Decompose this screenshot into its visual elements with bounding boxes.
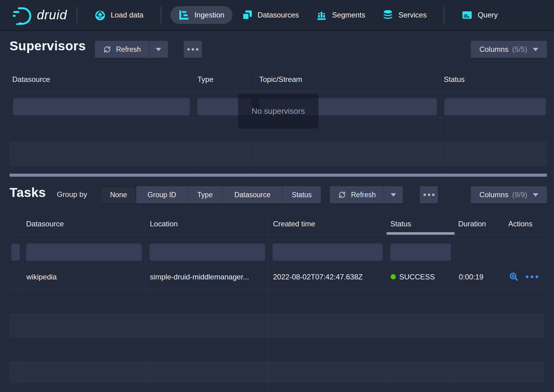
group-by-type-button[interactable]: Type [187,186,222,203]
tasks-refresh-dropdown-button[interactable] [384,186,403,203]
tasks-title: Tasks [10,185,46,200]
chevron-down-icon [533,48,538,51]
task-location: simple-druid-middlemanager... [146,264,269,289]
tasks-header-row: Datasource Location Created time Status … [10,213,544,235]
supervisors-refresh-split-button: Refresh [95,41,168,58]
column-header-type[interactable]: Type [193,67,255,91]
empty-row [10,337,544,361]
horizontal-scrollbar[interactable] [10,174,547,177]
task-actions [504,264,544,289]
refresh-icon [103,45,111,54]
nav-item-datasources[interactable]: Datasources [234,6,307,24]
created-time-filter-input[interactable] [272,243,383,261]
columns-count: (5/5) [512,45,527,54]
tasks-filter-row [10,235,544,264]
nav-item-segments[interactable]: Segments [308,6,373,24]
sort-indicator [387,232,455,235]
datasource-filter-input[interactable] [13,97,190,116]
task-status: SUCCESS [386,264,455,289]
column-header-duration[interactable]: Duration [455,213,504,235]
database-icon [382,10,393,21]
nav-item-label: Ingestion [194,11,224,19]
nav-item-services[interactable]: Services [374,6,435,24]
supervisors-more-button[interactable] [184,41,202,58]
blank-filter-input[interactable] [11,243,20,261]
druid-console: druid Load data [0,0,554,392]
stacked-squares-icon [242,10,253,21]
group-by-none-button[interactable]: None [101,186,136,203]
task-duration: 0:00:19 [455,264,504,289]
location-filter-input[interactable] [149,243,266,261]
nav-item-query[interactable]: Query [454,6,505,24]
tasks-table: Datasource Location Created time Status … [10,213,544,392]
supervisors-refresh-button[interactable]: Refresh [95,41,149,58]
task-row[interactable]: wikipedia simple-druid-middlemanager... … [10,264,544,290]
nav-item-label: Segments [332,11,365,19]
column-header-location[interactable]: Location [146,213,269,235]
group-by-button-group: None Group ID Type Datasource Status [101,186,321,203]
empty-row [10,166,547,174]
supervisors-columns-button[interactable]: Columns (5/5) [471,41,547,58]
gantt-chart-icon [178,10,189,21]
empty-row [10,383,544,392]
task-created-time: 2022-08-02T07:42:47.638Z [269,264,386,289]
empty-row [10,313,544,337]
empty-row [10,290,544,313]
task-datasource: wikipedia [22,264,146,289]
nav-item-label: Datasources [258,11,299,19]
druid-logo[interactable]: druid [12,5,68,25]
top-navbar: druid Load data [0,0,554,31]
chevron-down-icon [156,48,161,51]
column-header-status[interactable]: Status [440,67,547,91]
empty-row [10,142,547,166]
group-by-status-button[interactable]: Status [282,186,321,203]
bar-chart-icon [316,10,327,21]
tasks-more-button[interactable] [420,186,438,203]
nav-item-load-data[interactable]: Load data [87,6,151,24]
upload-icon [95,10,106,21]
status-text: SUCCESS [399,273,435,281]
no-supervisors-message: No supervisors [238,94,318,129]
columns-count: (9/9) [512,190,527,199]
datasource-filter-input[interactable] [25,243,142,261]
nav-item-label: Services [398,11,427,19]
tasks-refresh-button[interactable]: Refresh [330,186,384,203]
column-header-actions[interactable]: Actions [504,213,544,235]
brand-name: druid [37,8,68,22]
nav-item-label: Query [478,11,497,19]
inspect-task-icon[interactable] [509,272,519,282]
column-header-blank[interactable] [10,213,22,235]
column-header-datasource[interactable]: Datasource [22,213,146,235]
supervisors-refresh-dropdown-button[interactable] [149,41,168,58]
navbar-divider [161,7,161,23]
status-filter-input[interactable] [390,243,451,261]
tasks-refresh-split-button: Refresh [330,186,403,203]
chevron-down-icon [533,193,538,197]
tasks-columns-button[interactable]: Columns (9/9) [471,186,547,203]
group-by-datasource-button[interactable]: Datasource [222,186,282,203]
task-more-actions-icon[interactable] [526,275,538,278]
success-status-dot [391,274,396,279]
supervisors-header-row: Datasource Type Topic/Stream Status [10,67,547,91]
group-by-group-id-button[interactable]: Group ID [136,186,187,203]
console-icon [462,10,473,21]
status-filter-input[interactable] [444,97,546,116]
column-header-topic-stream[interactable]: Topic/Stream [255,67,440,91]
druid-logo-icon [12,5,32,25]
refresh-label: Refresh [351,191,376,199]
columns-label: Columns [479,190,509,199]
refresh-icon [338,190,346,199]
supervisors-table: Datasource Type Topic/Stream Status No s… [10,67,547,174]
column-header-status[interactable]: Status [386,213,455,235]
chevron-down-icon [391,193,396,197]
nav-item-label: Load data [111,11,143,19]
navbar-divider [444,7,444,23]
columns-label: Columns [479,45,509,54]
supervisors-title: Supervisors [10,39,86,53]
more-icon [423,194,435,196]
column-header-created-time[interactable]: Created time [269,213,386,235]
nav-item-ingestion[interactable]: Ingestion [170,6,232,24]
more-icon [187,48,198,51]
refresh-label: Refresh [116,45,141,54]
column-header-datasource[interactable]: Datasource [10,67,193,91]
